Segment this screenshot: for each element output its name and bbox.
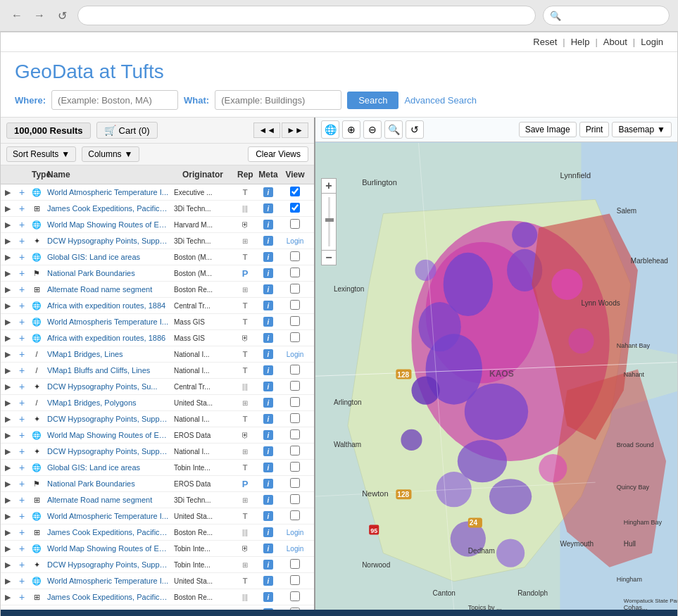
row-add-btn[interactable]: +	[15, 607, 29, 610]
what-input[interactable]	[215, 90, 341, 110]
row-expand-btn[interactable]: ▶	[1, 608, 15, 610]
row-view-cell[interactable]	[281, 607, 309, 610]
row-view-cell[interactable]: Login	[281, 543, 309, 553]
row-meta-btn[interactable]: i	[256, 284, 281, 295]
row-meta-btn[interactable]: i	[256, 268, 281, 279]
row-expand-btn[interactable]: ▶	[1, 576, 15, 586]
row-view-cell[interactable]	[281, 332, 309, 344]
view-checkbox[interactable]	[290, 429, 300, 439]
info-button[interactable]: i	[263, 495, 273, 505]
row-view-cell[interactable]	[281, 413, 309, 425]
row-view-cell[interactable]	[281, 396, 309, 409]
view-checkbox[interactable]	[290, 413, 300, 423]
info-button[interactable]: i	[263, 301, 273, 310]
row-view-cell[interactable]	[281, 299, 309, 312]
map-zoom-out-button[interactable]: ⊖	[363, 120, 382, 139]
view-checkbox[interactable]	[290, 559, 300, 569]
reset-link[interactable]: Reset	[533, 37, 557, 47]
row-add-btn[interactable]: +	[15, 510, 29, 522]
row-add-btn[interactable]: +	[15, 364, 29, 377]
row-name[interactable]: World Atmospheric Temperature I...	[44, 511, 171, 521]
row-view-cell[interactable]	[281, 202, 309, 215]
row-add-btn[interactable]: +	[15, 332, 29, 344]
row-add-btn[interactable]: +	[15, 526, 29, 539]
row-add-btn[interactable]: +	[15, 461, 29, 474]
view-checkbox[interactable]	[290, 397, 300, 407]
cart-button[interactable]: 🛒 Cart (0)	[96, 122, 158, 139]
row-view-cell[interactable]	[281, 591, 309, 603]
browser-search-input[interactable]	[543, 6, 670, 25]
row-expand-btn[interactable]: ▶	[1, 446, 15, 457]
row-expand-btn[interactable]: ▶	[1, 252, 15, 263]
url-bar[interactable]	[77, 6, 536, 25]
row-add-btn[interactable]: +	[15, 477, 29, 490]
row-add-btn[interactable]: +	[15, 186, 29, 199]
row-add-btn[interactable]: +	[15, 494, 29, 506]
info-button[interactable]: i	[263, 203, 273, 213]
prev-page-button[interactable]: ◄◄	[253, 122, 280, 138]
view-checkbox[interactable]	[290, 381, 300, 391]
view-checkbox[interactable]	[290, 591, 300, 601]
row-meta-btn[interactable]: i	[256, 203, 281, 214]
row-name[interactable]: James Cook Expeditions, Pacific O...	[44, 592, 171, 602]
row-view-cell[interactable]	[281, 283, 309, 296]
row-view-cell[interactable]	[281, 315, 309, 328]
row-add-btn[interactable]: +	[15, 251, 29, 263]
view-checkbox[interactable]	[290, 203, 300, 213]
info-button[interactable]: i	[263, 220, 273, 230]
row-expand-btn[interactable]: ▶	[1, 187, 15, 198]
row-add-btn[interactable]: +	[15, 542, 29, 555]
row-add-btn[interactable]: +	[15, 574, 29, 587]
info-button[interactable]: i	[263, 349, 273, 359]
row-add-btn[interactable]: +	[15, 558, 29, 571]
view-checkbox[interactable]	[290, 300, 300, 310]
row-expand-btn[interactable]: ▶	[1, 463, 15, 473]
login-link[interactable]: Login	[287, 529, 303, 536]
row-add-btn[interactable]: +	[15, 283, 29, 296]
back-button[interactable]: ←	[8, 7, 25, 24]
row-name[interactable]: World Map Showing Routes of Exp...	[44, 430, 171, 440]
sort-results-button[interactable]: Sort Results ▼	[6, 146, 76, 162]
info-button[interactable]: i	[263, 430, 273, 440]
row-expand-btn[interactable]: ▶	[1, 349, 15, 360]
row-name[interactable]: Global GIS: Land ice areas	[44, 463, 171, 472]
row-view-cell[interactable]: Login	[281, 236, 309, 246]
info-button[interactable]: i	[263, 268, 273, 278]
info-button[interactable]: i	[263, 463, 273, 472]
row-name[interactable]: DCW Hypsography Points, Supple...	[44, 608, 171, 610]
row-expand-btn[interactable]: ▶	[1, 479, 15, 489]
map-globe-button[interactable]: 🌐	[321, 120, 339, 139]
view-checkbox[interactable]	[290, 575, 300, 585]
row-expand-btn[interactable]: ▶	[1, 495, 15, 505]
row-meta-btn[interactable]: i	[256, 332, 281, 344]
row-view-cell[interactable]: Login	[281, 527, 309, 537]
row-add-btn[interactable]: +	[15, 234, 29, 247]
info-button[interactable]: i	[263, 252, 273, 262]
row-add-btn[interactable]: +	[15, 591, 29, 603]
row-meta-btn[interactable]: i	[256, 559, 281, 570]
info-button[interactable]: i	[263, 527, 273, 537]
row-name[interactable]: World Atmospheric Temperature I...	[44, 187, 171, 197]
row-expand-btn[interactable]: ▶	[1, 365, 15, 376]
info-button[interactable]: i	[263, 576, 273, 586]
map-zoom-in-button[interactable]: ⊕	[342, 120, 360, 139]
row-view-cell[interactable]: Login	[281, 349, 309, 359]
info-button[interactable]: i	[263, 333, 273, 343]
row-name[interactable]: World Map Showing Routes of Exp...	[44, 543, 171, 553]
zoom-out-button[interactable]: −	[321, 250, 337, 265]
help-link[interactable]: Help	[571, 37, 590, 47]
row-expand-btn[interactable]: ▶	[1, 268, 15, 279]
row-view-cell[interactable]	[281, 510, 309, 522]
row-view-cell[interactable]	[281, 364, 309, 377]
info-button[interactable]: i	[263, 608, 273, 610]
row-meta-btn[interactable]: i	[256, 429, 281, 441]
info-button[interactable]: i	[263, 560, 273, 570]
row-expand-btn[interactable]: ▶	[1, 203, 15, 214]
basemap-button[interactable]: Basemap ▼	[612, 122, 672, 137]
row-name[interactable]: VMap1 Bluffs and Cliffs, Lines	[44, 365, 171, 375]
row-view-cell[interactable]	[281, 574, 309, 587]
row-meta-btn[interactable]: i	[256, 348, 281, 360]
row-name[interactable]: Africa with expedition routes, 1884	[44, 301, 171, 310]
view-checkbox[interactable]	[290, 510, 300, 520]
row-view-cell[interactable]	[281, 380, 309, 393]
